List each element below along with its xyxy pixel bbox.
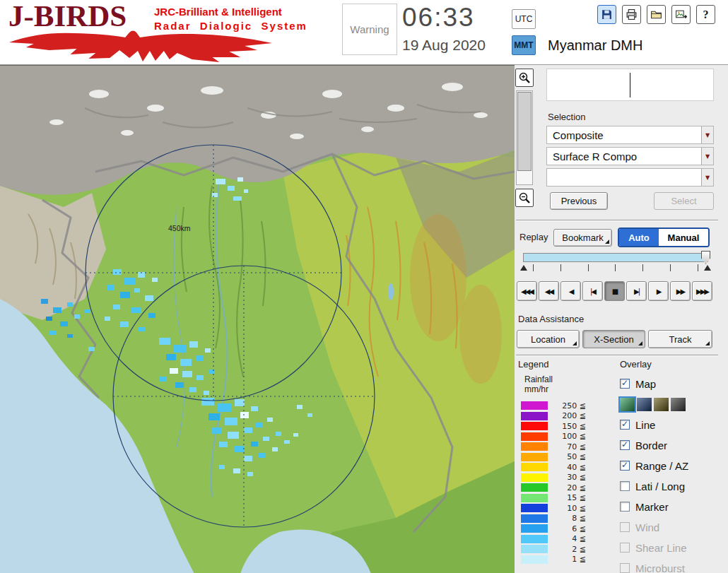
overlay-item-line[interactable]: ✓ Line <box>620 418 726 432</box>
legend-unit: Rainfall mm/hr <box>524 374 553 394</box>
chevron-down-icon[interactable]: ▼ <box>701 169 713 186</box>
save-icon <box>601 8 613 20</box>
zoom-slider-track[interactable] <box>516 90 533 185</box>
play-backward-button[interactable]: ◀ <box>560 281 581 301</box>
overlay-item-range-az[interactable]: ✓ Range / AZ <box>620 459 726 473</box>
range-ring-label: 450km <box>168 224 191 232</box>
step-forward-button[interactable]: ▶| <box>626 281 647 301</box>
range-az-checkbox[interactable]: ✓ <box>620 461 630 471</box>
divider <box>516 220 718 221</box>
overlay-item-wind: ✓ Wind <box>620 520 726 534</box>
product-dropdown[interactable]: Surface R Compo ▼ <box>546 147 714 165</box>
add-image-button[interactable] <box>671 5 691 24</box>
eagle-logo-icon <box>7 28 274 64</box>
overlay-item-marker[interactable]: ✓ Marker <box>620 500 726 514</box>
data-assistance-buttons: Location X-Section Track <box>517 330 712 348</box>
playback-controls: ◀◀◀ ◀◀ ◀ |◀ ■ ▶| ▶ ▶▶ ▶▶▶ <box>517 281 712 301</box>
line-checkbox[interactable]: ✓ <box>620 420 630 430</box>
legend-entry: 30 ≦ <box>521 473 586 482</box>
overlay-item-border[interactable]: ✓ Border <box>620 438 726 452</box>
rainfall-legend: 250 ≦ 200 ≦ 150 ≦ 100 ≦ 70 ≦ 50 ≦ 40 ≦ 3… <box>521 401 586 565</box>
timeline-end-marker <box>704 265 711 271</box>
wind-checkbox: ✓ <box>620 522 630 532</box>
map-style-swatch[interactable] <box>671 398 686 411</box>
stop-button[interactable]: ■ <box>604 281 625 301</box>
radar-map[interactable]: 450km <box>0 65 515 573</box>
map-style-swatch[interactable] <box>654 398 669 411</box>
timeline-ticks <box>533 264 698 271</box>
legend-color-chip <box>521 401 548 410</box>
clock-date: 19 Aug 2020 <box>402 37 486 54</box>
legend-color-chip <box>521 504 548 512</box>
help-button[interactable]: ? <box>696 5 715 24</box>
fast-forward-button[interactable]: ▶▶ <box>670 281 691 301</box>
legend-entry: 40 ≦ <box>521 463 586 471</box>
timeline-track[interactable] <box>523 253 708 262</box>
overlay-title: Overlay <box>620 359 652 370</box>
legend-entry: 15 ≦ <box>521 494 586 502</box>
shear-line-checkbox: ✓ <box>620 543 630 553</box>
manual-mode-button[interactable]: Manual <box>659 229 708 246</box>
legend-entry: 70 ≦ <box>521 442 586 451</box>
clock-time: 06:33 <box>402 4 486 32</box>
timeline-handle[interactable] <box>701 251 710 264</box>
chevron-down-icon[interactable]: ▼ <box>701 148 713 165</box>
mmt-button[interactable]: MMT <box>512 35 536 55</box>
timeline-start-marker <box>520 265 527 271</box>
zoom-out-button[interactable] <box>515 189 534 207</box>
legend-entry: 20 ≦ <box>521 483 586 492</box>
microburst-checkbox: ✓ <box>620 563 630 573</box>
open-folder-icon <box>650 8 662 20</box>
status-display-box <box>546 69 714 101</box>
toolbar: ? <box>597 5 715 24</box>
overlay-item-map[interactable]: ✓ Map <box>620 377 726 391</box>
chevron-down-icon[interactable]: ▼ <box>701 126 713 143</box>
data-assistance-label: Data Assistance <box>518 314 584 324</box>
option-dropdown[interactable]: ▼ <box>546 168 714 187</box>
legend-entry: 250 ≦ <box>521 401 586 410</box>
open-folder-button[interactable] <box>647 5 666 24</box>
help-icon: ? <box>703 8 709 21</box>
border-checkbox[interactable]: ✓ <box>620 440 630 450</box>
map-style-swatch[interactable] <box>637 398 652 411</box>
location-button[interactable]: Location <box>517 330 580 348</box>
print-icon <box>626 8 638 20</box>
utc-button[interactable]: UTC <box>512 9 536 29</box>
previous-button[interactable]: Previous <box>550 192 608 210</box>
auto-mode-button[interactable]: Auto <box>619 229 659 246</box>
legend-color-chip <box>521 555 548 564</box>
fast-backward-button[interactable]: ◀◀ <box>539 281 559 301</box>
zoom-in-icon <box>518 71 531 84</box>
jbirds-window: J-BIRDS JRC-Brilliant & Intelligent Rada… <box>0 0 728 573</box>
legend-entry: 2 ≦ <box>521 545 586 553</box>
select-button[interactable]: Select <box>654 192 714 210</box>
logo-subtitle-line1: JRC-Brilliant & Intelligent <box>154 6 307 18</box>
composite-dropdown[interactable]: Composite ▼ <box>546 126 714 144</box>
x-section-button[interactable]: X-Section <box>582 330 645 348</box>
org-name: Myanmar DMH <box>548 37 642 54</box>
map-checkbox[interactable]: ✓ <box>620 379 630 389</box>
overlay-item-microburst: ✓ Microburst <box>620 561 726 573</box>
timezone-toggle: UTC MMT <box>512 9 536 55</box>
bookmark-button[interactable]: Bookmark <box>553 229 612 247</box>
overlay-options: ✓ Map ✓ Line ✓ Border ✓ Range / AZ <box>620 377 726 573</box>
legend-entry: 200 ≦ <box>521 412 586 420</box>
jump-end-button[interactable]: ▶▶▶ <box>692 281 712 301</box>
step-backward-button[interactable]: |◀ <box>582 281 603 301</box>
overlay-item-lati-long[interactable]: ✓ Lati / Long <box>620 479 726 493</box>
selection-label: Selection <box>548 112 585 122</box>
play-forward-button[interactable]: ▶ <box>648 281 669 301</box>
save-button[interactable] <box>597 5 616 24</box>
marker-checkbox[interactable]: ✓ <box>620 502 630 512</box>
zoom-in-button[interactable] <box>515 69 534 87</box>
zoom-slider-thumb[interactable] <box>517 92 532 171</box>
track-button[interactable]: Track <box>648 330 712 348</box>
replay-label: Replay <box>519 232 548 242</box>
check-icon: ✓ <box>621 440 628 449</box>
replay-mode-toggle: Auto Manual <box>618 228 710 247</box>
lati-long-checkbox[interactable]: ✓ <box>620 481 630 491</box>
legend-color-chip <box>521 412 548 420</box>
jump-start-button[interactable]: ◀◀◀ <box>517 281 537 301</box>
map-style-swatch[interactable] <box>620 398 635 411</box>
print-button[interactable] <box>622 5 641 24</box>
